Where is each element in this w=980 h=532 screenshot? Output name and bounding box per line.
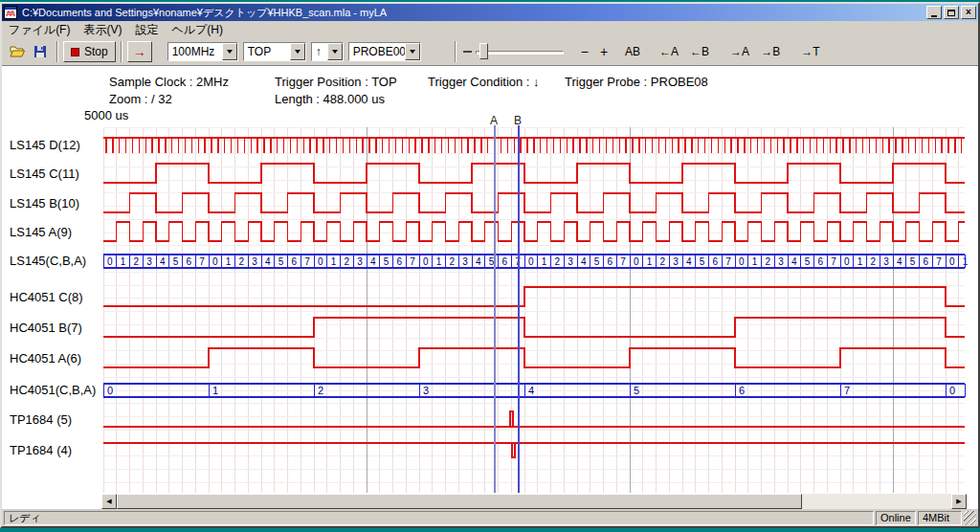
waveform-canvas[interactable]: 0123456701234567012345670123456701234567… bbox=[2, 66, 974, 494]
svg-text:7: 7 bbox=[199, 256, 205, 267]
dropdown-button[interactable] bbox=[290, 43, 305, 60]
svg-text:1: 1 bbox=[226, 256, 232, 267]
window-title: C:¥Documents and Settings¥noname¥デスクトップ¥… bbox=[19, 6, 924, 20]
svg-text:0: 0 bbox=[949, 256, 955, 267]
svg-text:2: 2 bbox=[239, 256, 245, 267]
svg-text:0: 0 bbox=[634, 256, 639, 267]
open-button[interactable] bbox=[6, 41, 29, 62]
statusbar: レディ Online 4MBit bbox=[2, 509, 978, 526]
goto-b-left-button[interactable]: ←B bbox=[684, 42, 715, 61]
svg-text:0: 0 bbox=[318, 256, 323, 267]
slider-left-cap bbox=[463, 51, 472, 53]
menu-item-file[interactable]: ファイル(F) bbox=[2, 21, 77, 39]
svg-text:5: 5 bbox=[910, 256, 916, 267]
svg-text:5: 5 bbox=[489, 256, 495, 267]
svg-text:5: 5 bbox=[384, 256, 390, 267]
trigger-edge-select[interactable]: ↑ bbox=[311, 42, 344, 61]
dropdown-button[interactable] bbox=[405, 43, 420, 60]
hscrollbar[interactable]: ◀ ▶ bbox=[101, 494, 967, 509]
svg-text:6: 6 bbox=[713, 256, 719, 267]
probe-select[interactable]: PROBE00 bbox=[348, 42, 421, 61]
svg-text:4: 4 bbox=[528, 385, 534, 396]
svg-text:4: 4 bbox=[265, 256, 271, 267]
svg-text:0: 0 bbox=[739, 256, 745, 267]
menu-item-help[interactable]: ヘルプ(H) bbox=[165, 21, 230, 39]
svg-text:3: 3 bbox=[673, 256, 679, 267]
svg-text:3: 3 bbox=[252, 256, 257, 267]
zoom-in-button[interactable]: + bbox=[594, 42, 613, 61]
svg-text:4: 4 bbox=[791, 256, 797, 267]
save-button[interactable] bbox=[29, 41, 52, 62]
zoom-out-button[interactable]: − bbox=[575, 42, 594, 61]
run-button[interactable]: → bbox=[127, 41, 152, 62]
svg-text:7: 7 bbox=[844, 385, 850, 396]
channel-label-ls145-d12: LS145 D(12) bbox=[10, 139, 80, 152]
scroll-thumb[interactable] bbox=[117, 494, 802, 509]
maximize-button[interactable] bbox=[944, 6, 959, 19]
svg-text:0: 0 bbox=[107, 256, 113, 267]
ab-button[interactable]: AB bbox=[619, 42, 646, 61]
trigger-edge-value: ↑ bbox=[312, 45, 327, 58]
close-icon: × bbox=[966, 8, 971, 17]
probe-value: PROBE00 bbox=[349, 45, 405, 58]
channel-label-ls145-a9: LS145 A(9) bbox=[10, 226, 72, 239]
svg-text:5: 5 bbox=[594, 256, 600, 267]
goto-b-right-button[interactable]: →B bbox=[755, 42, 786, 61]
stop-icon bbox=[71, 48, 79, 56]
minimize-button[interactable] bbox=[926, 6, 942, 19]
dropdown-button[interactable] bbox=[327, 43, 343, 60]
svg-text:7: 7 bbox=[725, 256, 731, 267]
channel-label-ls145-c11: LS145 C(11) bbox=[10, 167, 79, 181]
channel-label-tp1684-4: TP1684 (4) bbox=[10, 444, 72, 457]
svg-text:0: 0 bbox=[107, 385, 113, 396]
menubar: ファイル(F) 表示(V) 設定 ヘルプ(H) bbox=[2, 21, 978, 38]
channel-label-hc4051-b7: HC4051 B(7) bbox=[10, 321, 82, 335]
toolbar-separator bbox=[56, 41, 58, 62]
dropdown-button[interactable] bbox=[222, 43, 237, 60]
svg-text:6: 6 bbox=[397, 256, 403, 267]
marker-a-label[interactable]: A bbox=[490, 114, 498, 127]
svg-text:3: 3 bbox=[423, 385, 429, 396]
scroll-right-button[interactable]: ▶ bbox=[951, 494, 967, 509]
svg-text:2: 2 bbox=[766, 256, 771, 267]
scroll-left-button[interactable]: ◀ bbox=[101, 494, 117, 509]
app-icon[interactable] bbox=[4, 6, 17, 19]
channel-label-hc4051-bus: HC4051(C,B,A) bbox=[10, 384, 96, 397]
goto-trigger-button[interactable]: →T bbox=[795, 42, 825, 61]
info-trigger-condition: Trigger Condition : ↓ bbox=[428, 75, 540, 89]
goto-a-right-button[interactable]: →A bbox=[724, 42, 755, 61]
menu-item-view[interactable]: 表示(V) bbox=[77, 21, 128, 39]
svg-text:4: 4 bbox=[370, 256, 376, 267]
trigger-position-value: TOP bbox=[244, 45, 290, 58]
svg-text:1: 1 bbox=[963, 256, 969, 267]
svg-text:1: 1 bbox=[331, 256, 337, 267]
chevron-down-icon bbox=[295, 50, 301, 54]
marker-b-label[interactable]: B bbox=[514, 114, 522, 127]
svg-text:1: 1 bbox=[436, 256, 442, 267]
zoom-slider[interactable] bbox=[476, 42, 564, 61]
svg-text:4: 4 bbox=[686, 256, 692, 267]
status-ready-text: レディ bbox=[9, 511, 41, 525]
time-scale-label: 5000 us bbox=[84, 108, 128, 122]
close-button[interactable]: × bbox=[961, 6, 976, 19]
stop-button[interactable]: Stop bbox=[63, 41, 116, 62]
resize-grip[interactable] bbox=[964, 511, 976, 525]
info-trigger-position: Trigger Position : TOP bbox=[275, 75, 397, 89]
zoom-slider-handle[interactable] bbox=[479, 43, 488, 59]
floppy-icon bbox=[33, 45, 47, 58]
svg-text:6: 6 bbox=[187, 256, 192, 267]
svg-text:6: 6 bbox=[502, 256, 508, 267]
scroll-track[interactable] bbox=[802, 494, 951, 509]
scrollbar-row: ◀ ▶ bbox=[2, 494, 978, 509]
scroll-right-icon: ▶ bbox=[956, 498, 961, 505]
svg-text:0: 0 bbox=[423, 256, 429, 267]
toolbar-separator bbox=[455, 41, 457, 62]
goto-a-left-button[interactable]: ←A bbox=[654, 42, 684, 61]
trigger-position-select[interactable]: TOP bbox=[243, 42, 306, 61]
sample-clock-select[interactable]: 100MHz bbox=[167, 42, 238, 61]
svg-text:2: 2 bbox=[345, 256, 350, 267]
menu-item-settings[interactable]: 設定 bbox=[128, 21, 165, 39]
svg-text:6: 6 bbox=[818, 256, 824, 267]
svg-text:2: 2 bbox=[134, 256, 140, 267]
waveform-view[interactable]: 0123456701234567012345670123456701234567… bbox=[2, 66, 978, 494]
